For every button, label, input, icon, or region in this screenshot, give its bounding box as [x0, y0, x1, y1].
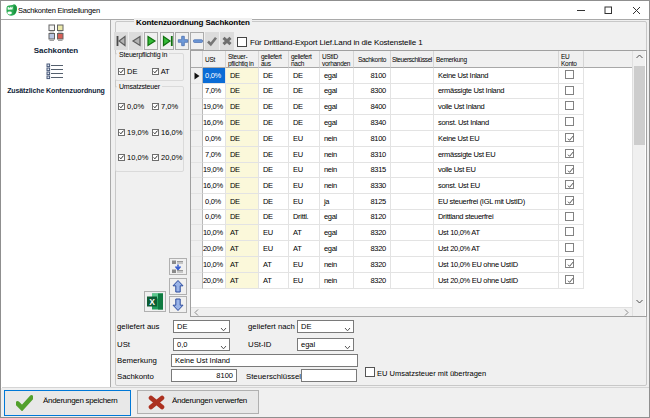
svg-text:X: X — [149, 297, 155, 307]
